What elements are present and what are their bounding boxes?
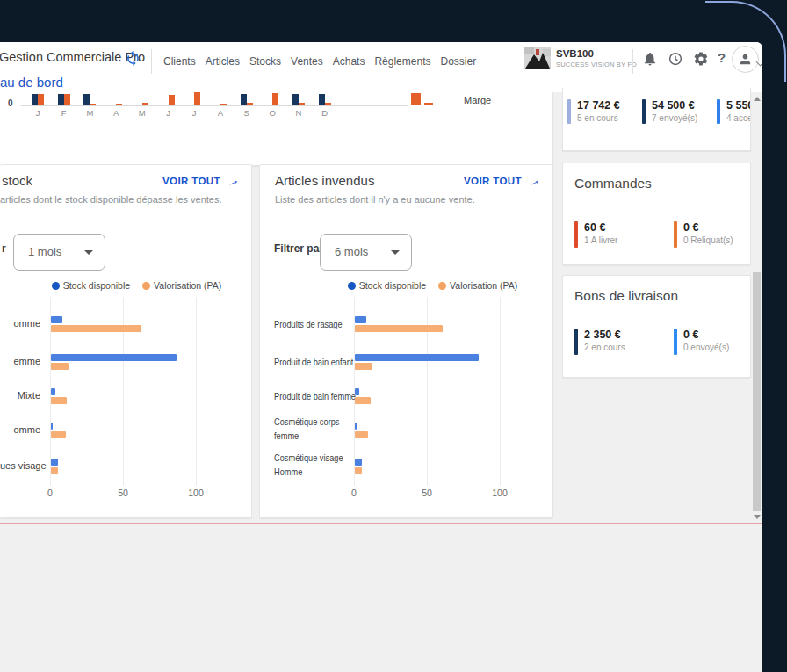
gridline <box>500 297 501 486</box>
x-tick-label: 0 <box>37 488 63 498</box>
valorisation-bar <box>51 397 67 404</box>
stat-label: 7 envoyé(s) <box>652 113 697 124</box>
surstock-filter-dropdown[interactable]: 1 mois <box>13 234 105 271</box>
scrollbar-up-arrow[interactable] <box>754 97 761 101</box>
devis-card: 17 742 €5 en cours54 500 €7 envoyé(s)5 5… <box>562 88 751 151</box>
month-group: J <box>32 93 44 105</box>
account-name: SUCCESS VISION BY FD <box>556 61 637 69</box>
marge-bar <box>299 103 305 105</box>
legend-dot <box>348 282 356 290</box>
menu-item-ventes[interactable]: Ventes <box>291 55 323 68</box>
month-group: J <box>162 93 175 105</box>
legend-item: Valorisation (PA) <box>142 280 221 291</box>
stock-disponible-bar <box>51 316 62 323</box>
x-axis-line <box>21 105 408 106</box>
stat-item: 60 €1 A livrer <box>574 221 674 248</box>
stat-item: 54 500 €7 envoyé(s) <box>642 99 717 124</box>
menu-item-achats[interactable]: Achats <box>333 55 365 68</box>
valorisation-bar <box>355 431 368 438</box>
valorisation-bar <box>355 467 362 474</box>
bons-livraison-card: Bons de livraison 2 350 €2 en cours0 €0 … <box>562 275 751 378</box>
arrow-right-icon[interactable]: → <box>524 171 543 191</box>
valorisation-bar <box>355 363 372 370</box>
page-title: au de bord <box>0 75 63 90</box>
stat-color-bar <box>674 221 677 248</box>
scrollbar-down-arrow[interactable] <box>754 515 761 519</box>
month-label: A <box>218 108 223 118</box>
arrow-right-icon[interactable]: → <box>223 171 242 191</box>
legend-dot <box>438 282 446 290</box>
filter-value: 1 mois <box>28 245 61 258</box>
month-group: D <box>319 93 331 105</box>
valorisation-bar <box>51 467 58 474</box>
stat-label: 5 en cours <box>577 113 620 124</box>
stat-value: 0 € <box>683 329 729 341</box>
stock-disponible-bar <box>355 423 357 430</box>
month-group: A <box>110 93 122 105</box>
marge-legend-line <box>424 103 433 105</box>
menu-item-stocks[interactable]: Stocks <box>249 55 281 68</box>
month-group: O <box>266 93 278 105</box>
legend-dot <box>52 282 60 290</box>
caret-down-icon <box>84 250 93 255</box>
stat-item: 0 €0 Reliquat(s) <box>674 221 751 248</box>
stat-value: 54 500 € <box>652 99 697 112</box>
category-label: Produits de rasage <box>274 317 348 331</box>
marge-bar <box>194 92 200 105</box>
month-label: F <box>61 108 67 118</box>
month-label: M <box>86 108 93 118</box>
header-area: Gestion Commerciale Pro ClientsArticlesS… <box>0 42 762 92</box>
month-group: N <box>292 93 305 105</box>
ca-bar <box>162 105 169 105</box>
stock-disponible-bar <box>51 388 55 395</box>
marge-bar <box>325 103 331 105</box>
history-clock-icon[interactable] <box>668 51 683 67</box>
stat-label: 0 Reliquat(s) <box>683 235 733 246</box>
legend-label: Stock disponible <box>63 280 130 291</box>
stat-texts: 60 €1 A livrer <box>584 221 617 248</box>
stock-disponible-bar <box>355 388 359 395</box>
marge-bar <box>142 103 148 105</box>
stat-label: 0 envoyé(s) <box>683 343 729 353</box>
category-label: ues visage <box>0 460 40 471</box>
marge-bar <box>38 94 44 105</box>
menu-item-clients[interactable]: Clients <box>163 55 196 68</box>
stock-disponible-bar <box>51 354 177 361</box>
marge-bar <box>220 104 227 105</box>
legend-item: Valorisation (PA) <box>438 280 517 291</box>
stock-disponible-bar <box>355 459 362 466</box>
invendus-voir-tout-link[interactable]: VOIR TOUT <box>464 176 522 186</box>
invendus-title: Articles invendus <box>275 173 374 188</box>
marge-legend-label: Marge <box>464 95 491 105</box>
legend-label: Valorisation (PA) <box>154 280 221 291</box>
ca-bar <box>136 105 142 105</box>
window-bottom-divider <box>0 523 762 524</box>
surstock-card: stock VOIR TOUT → articles dont le stock… <box>0 164 252 518</box>
stat-item: 0 €0 envoyé(s) <box>674 329 751 355</box>
ca-bar <box>83 94 90 105</box>
ca-bar <box>188 105 194 105</box>
caret-down-icon <box>391 250 400 255</box>
menu-item-articles[interactable]: Articles <box>206 55 240 68</box>
category-label: omme <box>0 424 40 435</box>
menu-item-dossier[interactable]: Dossier <box>440 55 476 68</box>
ca-bar <box>292 94 299 105</box>
divider <box>632 49 633 74</box>
month-label: O <box>270 108 276 118</box>
notifications-bell-icon[interactable] <box>642 51 658 67</box>
menu-item-rglements[interactable]: Règlements <box>374 55 430 68</box>
invendus-filter-dropdown[interactable]: 6 mois <box>320 234 412 271</box>
navbar-menu: ClientsArticlesStocksVentesAchatsRègleme… <box>163 42 476 81</box>
stat-texts: 0 €0 envoyé(s) <box>683 329 729 355</box>
marge-bar <box>116 104 122 105</box>
scrollbar-thumb[interactable] <box>753 272 761 511</box>
marge-bar <box>247 103 253 105</box>
ca-bar <box>319 94 325 105</box>
refresh-icon[interactable] <box>125 50 141 67</box>
marge-bar <box>169 95 175 105</box>
legend-item: Stock disponible <box>52 280 130 291</box>
surstock-voir-tout-link[interactable]: VOIR TOUT <box>162 176 220 186</box>
stat-texts: 0 €0 Reliquat(s) <box>683 221 733 248</box>
valorisation-bar <box>51 363 69 370</box>
stat-label: 1 A livrer <box>584 235 617 246</box>
